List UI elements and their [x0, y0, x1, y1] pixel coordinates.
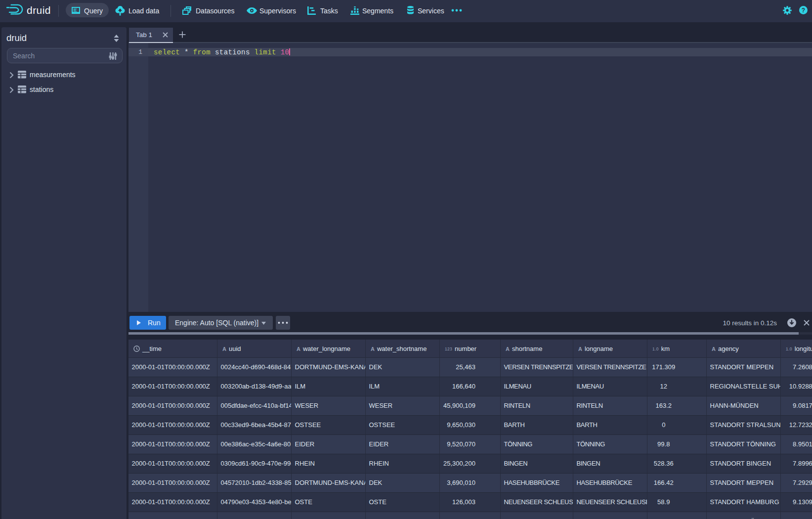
- svg-text:?: ?: [801, 7, 805, 14]
